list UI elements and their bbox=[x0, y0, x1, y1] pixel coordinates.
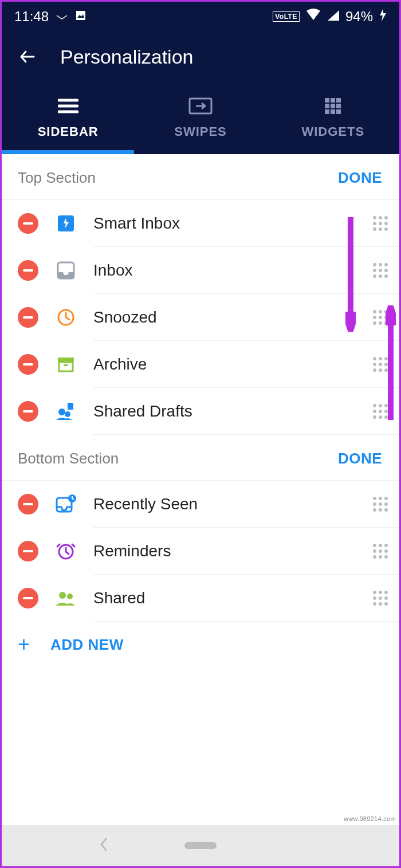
list-item: Snoozed bbox=[2, 294, 399, 341]
section-header-bottom: Bottom Section DONE bbox=[2, 435, 399, 481]
wifi-icon bbox=[305, 9, 321, 25]
battery-text: 94% bbox=[345, 9, 373, 25]
svg-rect-16 bbox=[64, 364, 68, 366]
drag-handle[interactable] bbox=[373, 497, 389, 512]
drag-handle[interactable] bbox=[373, 310, 389, 325]
item-label: Smart Inbox bbox=[93, 214, 373, 233]
remove-button[interactable] bbox=[18, 541, 38, 561]
remove-button[interactable] bbox=[18, 213, 38, 234]
item-label: Snoozed bbox=[93, 308, 373, 327]
cell-signal-icon bbox=[327, 9, 340, 25]
plus-icon: + bbox=[18, 634, 30, 655]
drag-handle[interactable] bbox=[373, 357, 389, 372]
svg-rect-7 bbox=[336, 104, 341, 108]
remove-button[interactable] bbox=[18, 588, 38, 608]
list-item: Archive bbox=[2, 341, 399, 388]
list-item: Shared Drafts bbox=[2, 388, 399, 435]
svg-rect-15 bbox=[59, 362, 73, 371]
screenshot-icon bbox=[75, 9, 87, 25]
volte-icon: VoLTE bbox=[273, 11, 300, 22]
content: Top Section DONE Smart Inbox Inbox bbox=[2, 154, 399, 825]
notification-icon bbox=[56, 9, 68, 25]
shared-drafts-icon bbox=[54, 402, 77, 421]
svg-rect-2 bbox=[325, 98, 329, 103]
drag-handle[interactable] bbox=[373, 591, 389, 606]
remove-button[interactable] bbox=[18, 401, 38, 422]
system-nav-bar bbox=[2, 825, 399, 866]
remove-button[interactable] bbox=[18, 354, 38, 375]
list-item: Reminders bbox=[2, 528, 399, 575]
swipe-icon bbox=[188, 97, 213, 115]
back-button[interactable] bbox=[13, 47, 42, 66]
nav-back-icon[interactable] bbox=[99, 837, 108, 854]
grid-icon bbox=[324, 97, 342, 115]
add-new-button[interactable]: + ADD NEW bbox=[2, 622, 399, 667]
page-title: Personalization bbox=[60, 46, 193, 68]
status-bar: 11:48 VoLTE 94% bbox=[2, 2, 399, 32]
status-time: 11:48 bbox=[14, 9, 49, 25]
remove-button[interactable] bbox=[18, 307, 38, 328]
snoozed-icon bbox=[54, 308, 77, 327]
section-header-top: Top Section DONE bbox=[2, 154, 399, 200]
archive-icon bbox=[54, 355, 77, 374]
svg-rect-0 bbox=[76, 11, 85, 20]
svg-point-23 bbox=[67, 594, 73, 599]
svg-rect-3 bbox=[331, 98, 335, 103]
svg-point-18 bbox=[65, 411, 70, 417]
hamburger-icon bbox=[58, 97, 78, 115]
svg-rect-10 bbox=[336, 109, 341, 114]
svg-rect-9 bbox=[331, 109, 335, 114]
reminders-icon bbox=[54, 541, 77, 561]
list-item: Smart Inbox bbox=[2, 200, 399, 247]
list-item: Inbox bbox=[2, 247, 399, 294]
charging-icon bbox=[379, 8, 387, 25]
tabs: SIDEBAR SWIPES WIDGETS bbox=[2, 82, 399, 154]
section-title-bottom: Bottom Section bbox=[18, 450, 119, 468]
remove-button[interactable] bbox=[18, 260, 38, 281]
recently-seen-icon bbox=[54, 494, 77, 514]
remove-button[interactable] bbox=[18, 494, 38, 514]
tab-widgets[interactable]: WIDGETS bbox=[267, 82, 399, 154]
item-label: Reminders bbox=[93, 542, 373, 560]
tab-swipes[interactable]: SWIPES bbox=[134, 82, 266, 154]
add-new-label: ADD NEW bbox=[50, 636, 124, 654]
item-label: Archive bbox=[93, 355, 373, 374]
drag-handle[interactable] bbox=[373, 404, 389, 419]
svg-rect-4 bbox=[336, 98, 341, 103]
svg-point-22 bbox=[59, 592, 66, 599]
tab-swipes-label: SWIPES bbox=[174, 124, 227, 139]
tab-sidebar[interactable]: SIDEBAR bbox=[2, 82, 134, 154]
drag-handle[interactable] bbox=[373, 544, 389, 559]
smart-inbox-icon bbox=[54, 214, 77, 233]
nav-home-pill[interactable] bbox=[184, 842, 217, 849]
done-button-top[interactable]: DONE bbox=[338, 169, 382, 187]
list-item: Shared bbox=[2, 575, 399, 622]
item-label: Recently Seen bbox=[93, 495, 373, 513]
drag-handle[interactable] bbox=[373, 263, 389, 278]
drag-handle[interactable] bbox=[373, 216, 389, 231]
svg-rect-5 bbox=[325, 104, 329, 108]
svg-rect-8 bbox=[325, 109, 329, 114]
item-label: Shared bbox=[93, 589, 373, 607]
watermark: www.989214.com bbox=[344, 815, 396, 822]
tab-widgets-label: WIDGETS bbox=[301, 124, 364, 139]
app-bar: Personalization bbox=[2, 32, 399, 82]
svg-rect-6 bbox=[331, 104, 335, 108]
item-label: Shared Drafts bbox=[93, 402, 373, 421]
item-label: Inbox bbox=[93, 261, 373, 280]
tab-sidebar-label: SIDEBAR bbox=[38, 124, 99, 139]
shared-icon bbox=[54, 590, 77, 607]
section-title-top: Top Section bbox=[18, 169, 96, 187]
done-button-bottom[interactable]: DONE bbox=[338, 450, 382, 468]
svg-point-17 bbox=[58, 409, 65, 415]
list-item: Recently Seen bbox=[2, 481, 399, 528]
inbox-icon bbox=[54, 261, 77, 280]
